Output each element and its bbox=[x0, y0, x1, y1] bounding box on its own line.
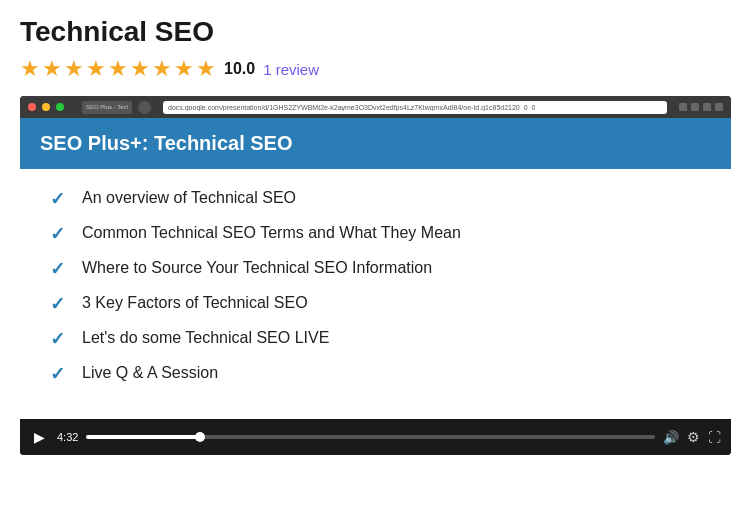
progress-bar-fill bbox=[86, 435, 200, 439]
slide-header: SEO Plus+: Technical SEO bbox=[20, 118, 731, 169]
time-display: 4:32 bbox=[57, 431, 78, 443]
slide-item-text-5: Let's do some Technical SEO LIVE bbox=[82, 327, 329, 349]
star-9: ★ bbox=[196, 56, 216, 82]
browser-url-text: docs.google.com/presentation/d/1GHS2ZYWB… bbox=[168, 104, 535, 111]
star-3: ★ bbox=[64, 56, 84, 82]
slide-item-text-3: Where to Source Your Technical SEO Infor… bbox=[82, 257, 432, 279]
browser-bar: SEO Plus - Technical SEO - G... docs.goo… bbox=[20, 96, 731, 118]
star-1: ★ bbox=[20, 56, 40, 82]
slide-item-3: ✓ Where to Source Your Technical SEO Inf… bbox=[50, 257, 701, 280]
slide-item-text-4: 3 Key Factors of Technical SEO bbox=[82, 292, 308, 314]
stars-container: ★ ★ ★ ★ ★ ★ ★ ★ ★ bbox=[20, 56, 216, 82]
settings-icon[interactable]: ⚙ bbox=[687, 429, 700, 445]
browser-tab-label: SEO Plus - Technical SEO - G... bbox=[86, 104, 128, 110]
star-7: ★ bbox=[152, 56, 172, 82]
review-link[interactable]: 1 review bbox=[263, 61, 319, 78]
browser-dot-minimize[interactable] bbox=[42, 103, 50, 111]
course-title: Technical SEO bbox=[20, 16, 731, 48]
browser-dot-close[interactable] bbox=[28, 103, 36, 111]
slide-item-4: ✓ 3 Key Factors of Technical SEO bbox=[50, 292, 701, 315]
control-icons: 🔊 ⚙ ⛶ bbox=[663, 429, 721, 445]
checkmark-5: ✓ bbox=[50, 328, 68, 350]
browser-action-4[interactable] bbox=[715, 103, 723, 111]
page-container: Technical SEO ★ ★ ★ ★ ★ ★ ★ ★ ★ 10.0 1 r… bbox=[0, 0, 751, 465]
video-controls: ▶ 4:32 🔊 ⚙ ⛶ bbox=[20, 419, 731, 455]
rating-row: ★ ★ ★ ★ ★ ★ ★ ★ ★ 10.0 1 review bbox=[20, 56, 731, 82]
fullscreen-icon[interactable]: ⛶ bbox=[708, 430, 721, 445]
browser-action-3[interactable] bbox=[703, 103, 711, 111]
play-button[interactable]: ▶ bbox=[30, 427, 49, 447]
rating-value: 10.0 bbox=[224, 60, 255, 78]
checkmark-2: ✓ bbox=[50, 223, 68, 245]
browser-action-2[interactable] bbox=[691, 103, 699, 111]
new-tab-icon[interactable] bbox=[138, 101, 151, 114]
checkmark-1: ✓ bbox=[50, 188, 68, 210]
browser-action-1[interactable] bbox=[679, 103, 687, 111]
slide-item-text-6: Live Q & A Session bbox=[82, 362, 218, 384]
slide-item-5: ✓ Let's do some Technical SEO LIVE bbox=[50, 327, 701, 350]
browser-tab[interactable]: SEO Plus - Technical SEO - G... bbox=[82, 101, 132, 114]
volume-icon[interactable]: 🔊 bbox=[663, 430, 679, 445]
slide-item-text-2: Common Technical SEO Terms and What They… bbox=[82, 222, 461, 244]
browser-url-bar[interactable]: docs.google.com/presentation/d/1GHS2ZYWB… bbox=[163, 101, 667, 114]
slide-item-6: ✓ Live Q & A Session bbox=[50, 362, 701, 385]
slide-item-2: ✓ Common Technical SEO Terms and What Th… bbox=[50, 222, 701, 245]
progress-thumb bbox=[195, 432, 205, 442]
checkmark-4: ✓ bbox=[50, 293, 68, 315]
checkmark-3: ✓ bbox=[50, 258, 68, 280]
browser-actions bbox=[679, 103, 723, 111]
checkmark-6: ✓ bbox=[50, 363, 68, 385]
slide-header-text: SEO Plus+: Technical SEO bbox=[40, 132, 293, 154]
slide-item-text-1: An overview of Technical SEO bbox=[82, 187, 296, 209]
slide-item-1: ✓ An overview of Technical SEO bbox=[50, 187, 701, 210]
slide-area: SEO Plus+: Technical SEO ✓ An overview o… bbox=[20, 118, 731, 419]
star-6: ★ bbox=[130, 56, 150, 82]
progress-bar[interactable] bbox=[86, 435, 655, 439]
video-player: SEO Plus - Technical SEO - G... docs.goo… bbox=[20, 96, 731, 455]
star-5: ★ bbox=[108, 56, 128, 82]
star-2: ★ bbox=[42, 56, 62, 82]
slide-body: ✓ An overview of Technical SEO ✓ Common … bbox=[20, 169, 731, 419]
star-4: ★ bbox=[86, 56, 106, 82]
browser-dot-maximize[interactable] bbox=[56, 103, 64, 111]
star-8: ★ bbox=[174, 56, 194, 82]
